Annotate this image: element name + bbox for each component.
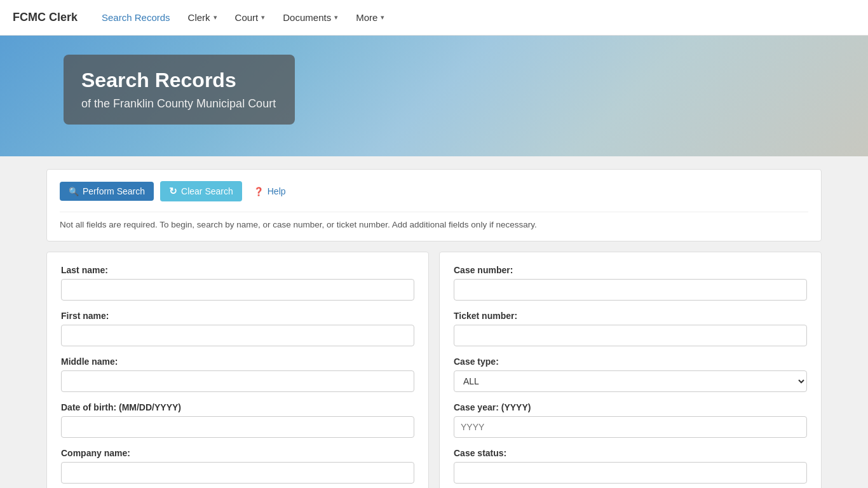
ticket-number-label: Ticket number: (454, 311, 807, 321)
case-status-label: Case status: (454, 448, 807, 458)
last-name-label: Last name: (61, 265, 414, 275)
nav-more[interactable]: More ▾ (347, 0, 393, 36)
nav-court-label: Court (235, 12, 259, 23)
help-button[interactable]: Help (248, 182, 291, 201)
case-status-group: Case status: (454, 448, 807, 484)
dob-label: Date of birth: (MM/DD/YYYY) (61, 402, 414, 412)
case-type-select[interactable]: ALL Civil Criminal Traffic Small Claims (454, 370, 807, 392)
case-year-label: Case year: (YYYY) (454, 402, 807, 412)
content-area: Perform Search Clear Search Help Not all… (0, 156, 868, 488)
nav-clerk[interactable]: Clerk ▾ (179, 0, 226, 36)
navbar: FCMC Clerk Search Records Clerk ▾ Court … (0, 0, 868, 36)
case-year-group: Case year: (YYYY) (454, 402, 807, 438)
middle-name-label: Middle name: (61, 356, 414, 367)
case-type-label: Case type: (454, 356, 807, 367)
nav-more-label: More (356, 12, 377, 23)
form-grid: Last name: First name: Middle name: Date… (46, 252, 822, 488)
nav-search-records[interactable]: Search Records (93, 0, 179, 36)
nav-search-records-label: Search Records (102, 12, 170, 23)
search-toolbar: Perform Search Clear Search Help (60, 181, 808, 201)
case-number-label: Case number: (454, 265, 807, 275)
hero-title: Search Records (81, 69, 276, 92)
middle-name-input[interactable] (61, 370, 414, 392)
search-notice: Not all fields are required. To begin, s… (60, 212, 808, 229)
more-dropdown-icon: ▾ (381, 13, 384, 22)
dob-group: Date of birth: (MM/DD/YYYY) (61, 402, 414, 438)
case-number-group: Case number: (454, 265, 807, 301)
dob-input[interactable] (61, 416, 414, 438)
ticket-number-group: Ticket number: (454, 311, 807, 346)
middle-name-group: Middle name: (61, 356, 414, 392)
perform-search-button[interactable]: Perform Search (60, 182, 154, 201)
company-name-input[interactable] (61, 462, 414, 484)
company-name-group: Company name: (61, 448, 414, 484)
nav-documents-label: Documents (283, 12, 331, 23)
hero-overlay: Search Records of the Franklin County Mu… (64, 55, 295, 125)
case-type-group: Case type: ALL Civil Criminal Traffic Sm… (454, 356, 807, 392)
documents-dropdown-icon: ▾ (334, 13, 338, 22)
ticket-number-input[interactable] (454, 325, 807, 346)
clerk-dropdown-icon: ▾ (214, 13, 217, 22)
first-name-label: First name: (61, 311, 414, 321)
help-icon (254, 186, 264, 196)
clear-search-label: Clear Search (181, 186, 233, 196)
nav-court[interactable]: Court ▾ (226, 0, 275, 36)
nav-documents[interactable]: Documents ▾ (274, 0, 347, 36)
search-panel: Perform Search Clear Search Help Not all… (46, 169, 822, 241)
first-name-group: First name: (61, 311, 414, 346)
last-name-group: Last name: (61, 265, 414, 301)
case-year-input[interactable] (454, 416, 807, 438)
case-number-input[interactable] (454, 279, 807, 301)
case-status-input[interactable] (454, 462, 807, 484)
left-form-card: Last name: First name: Middle name: Date… (46, 252, 429, 488)
refresh-icon (169, 186, 177, 197)
brand-logo[interactable]: FCMC Clerk (13, 11, 78, 24)
perform-search-label: Perform Search (83, 186, 145, 196)
last-name-input[interactable] (61, 279, 414, 301)
first-name-input[interactable] (61, 325, 414, 346)
right-form-card: Case number: Ticket number: Case type: A… (439, 252, 822, 488)
help-label: Help (268, 186, 286, 196)
company-name-label: Company name: (61, 448, 414, 458)
nav-clerk-label: Clerk (188, 12, 210, 23)
court-dropdown-icon: ▾ (261, 13, 265, 22)
search-icon (69, 186, 79, 196)
clear-search-button[interactable]: Clear Search (160, 181, 242, 201)
hero-banner: Search Records of the Franklin County Mu… (0, 36, 868, 156)
hero-subtitle: of the Franklin County Municipal Court (81, 97, 276, 111)
